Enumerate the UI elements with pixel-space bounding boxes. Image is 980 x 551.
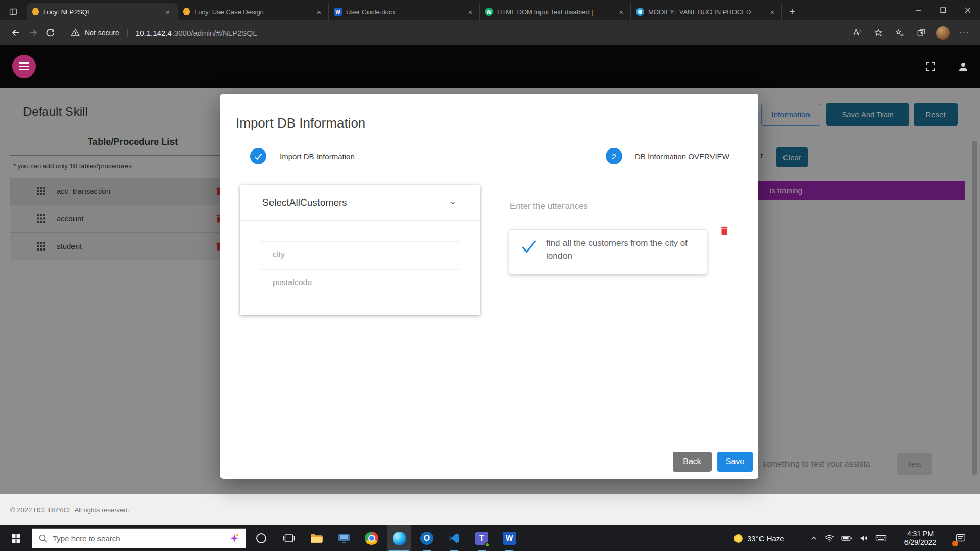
utterance-text: find all the customers from the city of … — [546, 237, 698, 274]
user-account-button[interactable] — [957, 60, 970, 73]
utterance-card[interactable]: find all the customers from the city of … — [509, 230, 707, 274]
add-favorite-button[interactable] — [870, 24, 887, 41]
speaker-icon[interactable] — [859, 534, 869, 543]
file-explorer-button[interactable] — [304, 525, 329, 551]
profile-button[interactable] — [934, 24, 951, 41]
more-dots-icon: ··· — [960, 28, 969, 37]
browser-tab-3[interactable]: W User Guide.docx × — [329, 3, 480, 20]
tab-close-icon[interactable]: × — [617, 8, 626, 16]
weather-haze-icon — [734, 534, 743, 543]
url-host: 10.1.142.4 — [136, 29, 172, 37]
check-icon — [521, 240, 537, 253]
forward-button[interactable] — [24, 24, 42, 41]
url-separator: | — [127, 28, 129, 37]
clock-time: 4:31 PM — [897, 530, 944, 538]
back-button[interactable] — [7, 24, 24, 41]
security-label: Not secure — [85, 29, 119, 37]
taskbar-weather[interactable]: 33°C Haze — [734, 525, 785, 551]
dialog-title: Import DB Information — [236, 115, 365, 131]
tab-close-icon[interactable]: × — [163, 8, 173, 16]
window-minimize-button[interactable] — [906, 0, 931, 20]
delete-utterance-icon[interactable] — [719, 224, 730, 237]
teams-button[interactable]: T — [470, 525, 494, 551]
task-view-button[interactable] — [277, 525, 301, 551]
vscode-icon — [448, 532, 460, 544]
touch-keyboard-icon[interactable] — [875, 534, 887, 543]
clock-date: 6/29/2022 — [897, 538, 944, 547]
tab-close-icon[interactable]: × — [465, 8, 475, 16]
tab-close-icon[interactable]: × — [768, 8, 777, 16]
favorites-icon — [895, 28, 904, 37]
browser-menu-button[interactable]: ··· — [955, 24, 973, 41]
browser-tab-1[interactable]: Lucy: NLP2SQL × — [27, 3, 178, 20]
task-view-icon — [283, 533, 295, 544]
presence-dot — [485, 542, 490, 547]
app-icon-monitor[interactable] — [332, 525, 356, 551]
window-maximize-button[interactable] — [931, 0, 955, 20]
utterance-input[interactable] — [510, 195, 727, 217]
start-button[interactable] — [0, 525, 32, 551]
chevron-down-icon — [449, 198, 457, 207]
step-1-indicator — [250, 148, 266, 164]
toolbar-right: A) ··· — [848, 24, 973, 41]
search-input[interactable] — [53, 534, 224, 543]
taskbar-search[interactable] — [32, 528, 246, 548]
close-icon — [965, 7, 971, 13]
address-url[interactable]: 10.1.142.4:3000/admin/#/NLP2SQL — [136, 29, 257, 37]
weather-text: 33°C Haze — [747, 534, 785, 543]
star-add-icon — [874, 28, 883, 37]
chrome-button[interactable] — [359, 525, 384, 551]
browser-tab-2[interactable]: Lucy: Use Case Design × — [178, 3, 329, 20]
warning-icon — [70, 28, 80, 37]
hamburger-menu-button[interactable] — [12, 55, 36, 78]
app-footer: © 2022 HCL DRYiCE All rights reserved. — [0, 494, 980, 525]
browser-tab-5[interactable]: MODIFY:: VANI: BUG IN PROCED × — [631, 3, 782, 20]
browser-tab-4[interactable]: W HTML DOM Input Text disabled | × — [480, 3, 631, 20]
outlook-button[interactable]: O — [414, 525, 439, 551]
edge-button[interactable] — [387, 525, 411, 551]
cortana-button[interactable] — [249, 525, 274, 551]
maximize-icon — [940, 7, 946, 13]
w3schools-favicon: W — [485, 8, 493, 16]
save-button-dialog[interactable]: Save — [717, 452, 753, 472]
hamburger-icon — [19, 62, 29, 64]
screen: Lucy: NLP2SQL × Lucy: Use Case Design × … — [0, 0, 980, 551]
tab-title: Lucy: Use Case Design — [194, 8, 310, 16]
word-favicon: W — [334, 8, 342, 16]
taskbar-clock[interactable]: 4:31 PM 6/29/2022 — [897, 530, 944, 547]
step-2-indicator: 2 — [606, 148, 622, 164]
collections-button[interactable] — [913, 24, 930, 41]
stepper-connector — [371, 156, 593, 156]
browser-tab-strip: Lucy: NLP2SQL × Lucy: Use Case Design × … — [0, 0, 980, 20]
tray-chevron-up-icon[interactable] — [810, 534, 818, 542]
window-close-button[interactable] — [955, 0, 980, 20]
column-field[interactable]: postalcode — [260, 269, 460, 295]
reload-button[interactable] — [42, 24, 59, 41]
table-select[interactable]: SelectAllCustomers — [240, 185, 480, 221]
vscode-button[interactable] — [442, 525, 467, 551]
fullscreen-button[interactable] — [924, 60, 937, 73]
table-select-value: SelectAllCustomers — [262, 197, 347, 208]
tab-close-icon[interactable]: × — [314, 8, 324, 16]
tab-actions-button[interactable] — [0, 3, 27, 20]
new-tab-button[interactable]: + — [782, 3, 802, 20]
notification-badge — [952, 541, 958, 546]
windows-taskbar: O T W 33°C Haze 4:31 PM 6/29/2022 — [0, 525, 980, 551]
battery-icon[interactable] — [841, 534, 852, 543]
site-security[interactable]: Not secure — [70, 28, 119, 37]
chrome-icon — [365, 532, 378, 545]
action-center-button[interactable] — [948, 525, 973, 551]
back-button-dialog[interactable]: Back — [673, 452, 712, 472]
read-aloud-button[interactable]: A) — [848, 24, 866, 41]
wifi-icon[interactable] — [824, 534, 835, 543]
copyright-text: © 2022 HCL DRYiCE All rights reserved. — [10, 506, 129, 514]
step-2-label: DB Information OVERVIEW — [635, 152, 729, 161]
favorites-button[interactable] — [891, 24, 909, 41]
outlook-icon: O — [420, 532, 433, 545]
person-icon — [957, 61, 969, 73]
column-field[interactable]: city — [260, 241, 460, 267]
word-button[interactable]: W — [497, 525, 522, 551]
tab-title: MODIFY:: VANI: BUG IN PROCED — [648, 8, 764, 16]
monitor-icon — [337, 532, 351, 544]
step-2-number: 2 — [612, 152, 616, 161]
